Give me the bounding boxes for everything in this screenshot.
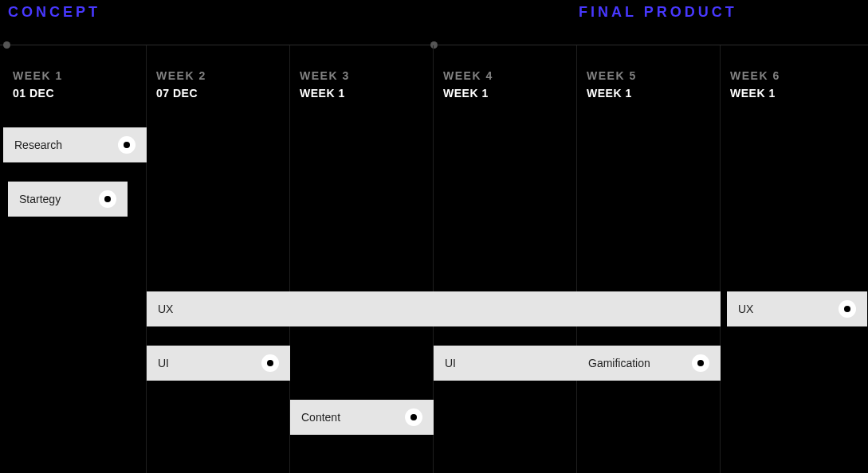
date-label: 07 DEC: [156, 87, 206, 100]
week-label: WEEK 3: [300, 69, 350, 82]
week-label: WEEK 1: [13, 69, 63, 82]
week-column-header: WEEK 6WEEK 1: [730, 69, 780, 100]
status-dot-icon: [261, 354, 279, 372]
week-label: WEEK 6: [730, 69, 780, 82]
task-label: UI: [445, 357, 456, 369]
phase-label-concept: CONCEPT: [8, 4, 100, 21]
status-dot-icon: [405, 408, 422, 426]
phase-labels: CONCEPT FINAL PRODUCT: [0, 0, 868, 24]
task-label: Startegy: [19, 193, 61, 205]
timeline: CONCEPT FINAL PRODUCT WEEK 101 DECWEEK 2…: [0, 0, 868, 473]
date-label: WEEK 1: [443, 87, 493, 100]
task-label: UI: [158, 357, 169, 369]
week-column: WEEK 4WEEK 1: [434, 45, 577, 473]
phase-label-final: FINAL PRODUCT: [579, 4, 737, 21]
task-label: UX: [738, 303, 753, 315]
week-label: WEEK 5: [587, 69, 637, 82]
date-label: WEEK 1: [300, 87, 350, 100]
week-column: WEEK 101 DEC: [3, 45, 147, 473]
date-label: WEEK 1: [730, 87, 780, 100]
week-label: WEEK 4: [443, 69, 493, 82]
task-label: Gamification: [588, 357, 650, 369]
week-column-header: WEEK 5WEEK 1: [587, 69, 637, 100]
task-bar[interactable]: UI: [434, 346, 577, 381]
task-bar[interactable]: Content: [290, 400, 434, 435]
week-label: WEEK 2: [156, 69, 206, 82]
week-column-header: WEEK 101 DEC: [13, 69, 63, 100]
task-bar[interactable]: Gamification: [577, 346, 721, 381]
status-dot-icon: [99, 190, 116, 208]
status-dot-icon: [692, 354, 709, 372]
week-column: WEEK 5WEEK 1: [577, 45, 721, 473]
task-label: UX: [158, 303, 173, 315]
task-label: Content: [301, 411, 340, 424]
task-label: Research: [14, 139, 62, 151]
status-dot-icon: [118, 136, 136, 154]
week-column-header: WEEK 4WEEK 1: [443, 69, 493, 100]
week-column: WEEK 207 DEC: [147, 45, 290, 473]
task-bar[interactable]: Research: [3, 127, 147, 162]
task-bar[interactable]: UX: [727, 291, 867, 326]
task-bar[interactable]: UX: [147, 291, 721, 326]
date-label: 01 DEC: [13, 87, 63, 100]
week-column-header: WEEK 207 DEC: [156, 69, 206, 100]
task-bar[interactable]: UI: [147, 346, 290, 381]
week-column-header: WEEK 3WEEK 1: [300, 69, 350, 100]
status-dot-icon: [839, 300, 856, 318]
date-label: WEEK 1: [587, 87, 637, 100]
task-bar[interactable]: Startegy: [8, 182, 128, 217]
week-column: WEEK 6WEEK 1: [721, 45, 868, 473]
